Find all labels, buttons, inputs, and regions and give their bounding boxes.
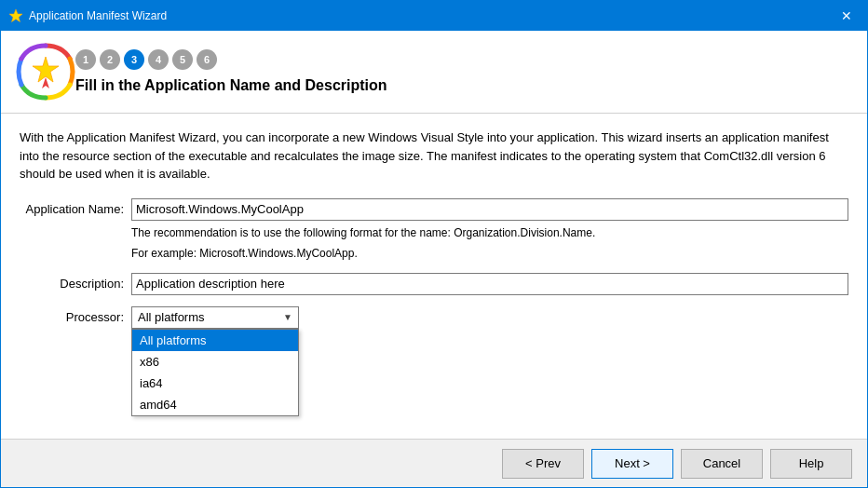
footer: < Prev Next > Cancel Help xyxy=(1,439,867,487)
app-name-input[interactable] xyxy=(131,198,848,221)
close-button[interactable]: ✕ xyxy=(834,3,860,29)
step-6: 6 xyxy=(197,49,217,70)
app-name-row: Application Name: The recommendation is … xyxy=(20,198,848,262)
processor-row: Processor: All platforms ▼ All platforms… xyxy=(20,306,848,329)
dropdown-item-x86[interactable]: x86 xyxy=(132,351,298,373)
description-row: Description: xyxy=(20,273,848,295)
dropdown-item-all-platforms[interactable]: All platforms xyxy=(132,330,298,351)
wizard-logo xyxy=(16,42,75,102)
step-2: 2 xyxy=(100,49,120,70)
help-button[interactable]: Help xyxy=(770,449,852,479)
title-bar-icon xyxy=(8,8,23,23)
dropdown-arrow-icon: ▼ xyxy=(283,312,292,322)
wizard-window: Application Manifest Wizard ✕ xyxy=(0,0,868,488)
prev-button[interactable]: < Prev xyxy=(502,449,584,479)
app-name-label: Application Name: xyxy=(20,198,131,216)
processor-select-button[interactable]: All platforms ▼ xyxy=(131,306,299,329)
processor-select-container: All platforms ▼ All platforms x86 ia64 a… xyxy=(131,306,299,329)
description-label: Description: xyxy=(20,273,131,291)
svg-marker-2 xyxy=(42,77,49,88)
description-input[interactable] xyxy=(131,273,848,295)
description-field-area xyxy=(131,273,848,295)
header-right: 1 2 3 4 5 6 Fill in the Application Name… xyxy=(75,49,387,94)
step-5: 5 xyxy=(172,49,193,70)
processor-selected-value: All platforms xyxy=(138,310,205,324)
next-button[interactable]: Next > xyxy=(591,449,673,479)
window-title: Application Manifest Wizard xyxy=(29,9,834,22)
app-name-hint2: For example: Microsoft.Windows.MyCoolApp… xyxy=(131,245,848,262)
title-bar: Application Manifest Wizard ✕ xyxy=(1,1,867,31)
header-section: 1 2 3 4 5 6 Fill in the Application Name… xyxy=(1,31,867,114)
description-text: With the Application Manifest Wizard, yo… xyxy=(20,129,848,183)
step-1: 1 xyxy=(75,49,96,70)
processor-dropdown-list: All platforms x86 ia64 amd64 xyxy=(131,329,299,416)
dropdown-item-amd64[interactable]: amd64 xyxy=(132,394,298,415)
svg-marker-0 xyxy=(9,9,22,22)
step-3: 3 xyxy=(124,49,144,70)
app-name-field-area: The recommendation is to use the followi… xyxy=(131,198,848,262)
step-4: 4 xyxy=(148,49,169,70)
step-indicators: 1 2 3 4 5 6 xyxy=(75,49,387,70)
cancel-button[interactable]: Cancel xyxy=(681,449,763,479)
content-area: With the Application Manifest Wizard, yo… xyxy=(1,114,867,439)
app-name-hint1: The recommendation is to use the followi… xyxy=(131,224,848,241)
dropdown-item-ia64[interactable]: ia64 xyxy=(132,373,298,394)
header-title: Fill in the Application Name and Descrip… xyxy=(75,77,387,94)
processor-label: Processor: xyxy=(20,306,131,324)
